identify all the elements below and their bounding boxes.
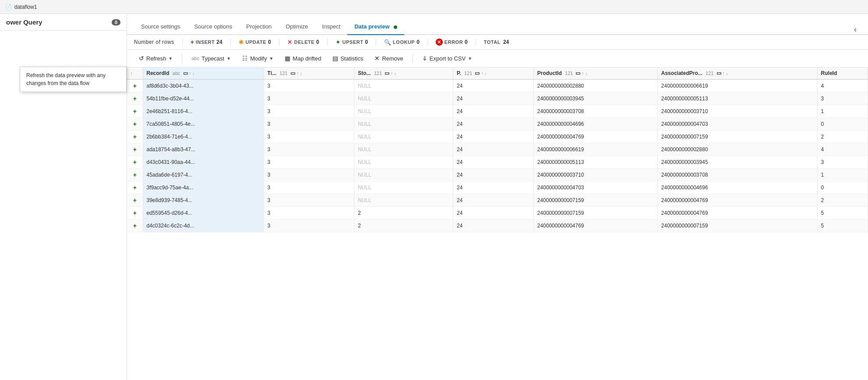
table-row[interactable]: + 54b11fbe-d52e-44... 3 NULL 24 24000000…: [127, 92, 868, 105]
lookup-value: 0: [416, 39, 420, 45]
col-header-productid[interactable]: ProductId 121 ▭ ↑ ↓: [533, 67, 657, 79]
total-value: 24: [503, 39, 509, 45]
col-header-sto[interactable]: Sto... 121 ▭ ↑ ↓: [354, 67, 453, 79]
number-of-rows-label: Number of rows: [134, 39, 174, 45]
row-add-icon[interactable]: +: [127, 131, 143, 143]
table-row[interactable]: + d43c0431-90aa-44... 3 NULL 24 24000000…: [127, 156, 868, 169]
tooltip-text: Refresh the data preview with any change…: [26, 72, 106, 86]
typecast-button[interactable]: abc Typecast ▼: [187, 53, 236, 64]
table-row[interactable]: + ada18754-a8b3-47... 3 NULL 24 24000000…: [127, 143, 868, 156]
col-copy-icon[interactable]: ▭: [183, 70, 188, 76]
cell-ti: 3: [264, 181, 354, 194]
cell-p: 24: [453, 181, 533, 194]
data-table-container[interactable]: ↕ RecordId abc ▭ ↑ ↓: [127, 67, 868, 380]
table-row[interactable]: + 45ada6de-6197-4... 3 NULL 24 240000000…: [127, 169, 868, 181]
row-add-icon[interactable]: +: [127, 181, 143, 194]
upsert-label: UPSERT: [342, 39, 363, 45]
table-row[interactable]: + 2e46b251-8116-4... 3 NULL 24 240000000…: [127, 105, 868, 118]
col-sort-desc-icon[interactable]: ↓: [193, 71, 195, 76]
cell-productid: 2400000000003710: [533, 169, 657, 181]
row-add-icon[interactable]: +: [127, 118, 143, 131]
table-row[interactable]: + ed559545-d26d-4... 3 2 24 240000000000…: [127, 207, 868, 220]
refresh-button[interactable]: ↺ Refresh ▼: [134, 52, 177, 64]
col-header-ruleid[interactable]: RuleId: [817, 67, 868, 79]
tab-inspect[interactable]: Inspect: [315, 19, 347, 35]
statistics-button[interactable]: ▤ Statistics: [328, 52, 368, 64]
tab-projection[interactable]: Projection: [239, 19, 279, 35]
cell-ruleid: 2: [817, 131, 868, 143]
table-row[interactable]: + 3f9acc9d-75ae-4a... 3 NULL 24 24000000…: [127, 181, 868, 194]
ti-copy-icon[interactable]: ▭: [290, 70, 295, 76]
breadcrumb-text: dataflow1: [14, 4, 37, 10]
productid-copy-icon[interactable]: ▭: [575, 70, 580, 76]
ti-sort-asc-icon[interactable]: ↑: [296, 71, 299, 76]
table-row[interactable]: + af8d6d3c-3b04-43... 3 NULL 24 24000000…: [127, 79, 868, 92]
productid-sort-desc-icon[interactable]: ↓: [585, 71, 587, 76]
assoc-sort-asc-icon[interactable]: ↑: [723, 71, 725, 76]
row-add-icon[interactable]: +: [127, 79, 143, 92]
cell-ti: 3: [264, 143, 354, 156]
col-header-recordid[interactable]: RecordId abc ▭ ↑ ↓: [143, 67, 264, 79]
remove-icon: ✕: [374, 55, 380, 62]
cell-p: 24: [453, 79, 533, 92]
modify-button[interactable]: ☷ Modify ▼: [237, 52, 278, 64]
p-sort-desc-icon[interactable]: ↓: [484, 71, 487, 76]
total-stat: TOTAL 24: [476, 39, 509, 45]
row-add-icon[interactable]: +: [127, 92, 143, 105]
assoc-copy-icon[interactable]: ▭: [716, 70, 721, 76]
refresh-tooltip: Refresh the data preview with any change…: [20, 67, 127, 92]
sto-sort-asc-icon[interactable]: ↑: [391, 71, 393, 76]
cell-productid: 2400000000002880: [533, 79, 657, 92]
row-add-icon[interactable]: +: [127, 169, 143, 181]
row-add-icon[interactable]: +: [127, 194, 143, 207]
cell-assoc: 2400000000002880: [657, 143, 817, 156]
col-header-p[interactable]: P. 121 ▭ ↑ ↓: [453, 67, 533, 79]
table-row[interactable]: + 39e8d939-7485-4... 3 NULL 24 240000000…: [127, 194, 868, 207]
typecast-prefix: abc: [191, 56, 199, 61]
modify-chevron-icon: ▼: [269, 56, 273, 61]
ti-sort-desc-icon[interactable]: ↓: [300, 71, 302, 76]
insert-value: 24: [216, 39, 222, 45]
remove-button[interactable]: ✕ Remove: [370, 52, 408, 64]
export-csv-button[interactable]: ⇓ Export to CSV ▼: [417, 52, 477, 64]
sto-copy-icon[interactable]: ▭: [385, 70, 389, 76]
row-add-icon[interactable]: +: [127, 143, 143, 156]
table-row[interactable]: + 2b6bb384-71e6-4... 3 NULL 24 240000000…: [127, 131, 868, 143]
table-row[interactable]: + 7ca50851-4805-4e... 3 NULL 24 24000000…: [127, 118, 868, 131]
toolbar-sep-1: [182, 53, 182, 63]
insert-stat: + INSERT 24: [183, 39, 231, 46]
table-row[interactable]: + d4c0324c-6c2c-4d... 3 2 24 24000000000…: [127, 220, 868, 232]
tab-source-settings[interactable]: Source settings: [134, 19, 187, 35]
cell-productid: 2400000000006619: [533, 143, 657, 156]
col-sort-asc-icon[interactable]: ↑: [189, 71, 191, 76]
tab-source-options[interactable]: Source options: [187, 19, 240, 35]
cell-ruleid: 3: [817, 156, 868, 169]
cell-assoc: 2400000000004696: [657, 181, 817, 194]
row-add-icon[interactable]: +: [127, 156, 143, 169]
stats-row: Number of rows + INSERT 24 ✱ UPDATE 0 ✕ …: [127, 35, 868, 50]
cell-sto: NULL: [354, 105, 453, 118]
p-copy-icon[interactable]: ▭: [475, 70, 480, 76]
lookup-label: LOOKUP: [393, 39, 415, 45]
sto-sort-desc-icon[interactable]: ↓: [394, 71, 396, 76]
tab-data-preview[interactable]: Data preview: [347, 19, 404, 35]
map-drifted-button[interactable]: ▦ Map drifted: [280, 52, 326, 64]
cell-recordid: 54b11fbe-d52e-44...: [143, 92, 264, 105]
cell-p: 24: [453, 156, 533, 169]
tab-optimize[interactable]: Optimize: [279, 19, 315, 35]
cell-productid: 2400000000003945: [533, 92, 657, 105]
col-header-assoc[interactable]: AssociatedPro... 121 ▭ ↑ ↓: [657, 67, 817, 79]
delete-value: 0: [316, 39, 319, 45]
cell-p: 24: [453, 92, 533, 105]
toolbar: ↺ Refresh ▼ abc Typecast ▼ ☷ Modify ▼ ▦: [127, 50, 868, 67]
p-sort-asc-icon[interactable]: ↑: [481, 71, 483, 76]
row-add-icon[interactable]: +: [127, 207, 143, 220]
col-header-ti[interactable]: Ti... 121 ▭ ↑ ↓: [264, 67, 354, 79]
row-add-icon[interactable]: +: [127, 105, 143, 118]
row-add-icon[interactable]: +: [127, 220, 143, 232]
productid-sort-asc-icon[interactable]: ↑: [582, 71, 584, 76]
modify-label: Modify: [250, 55, 267, 62]
close-panel-button[interactable]: ‹: [850, 25, 861, 34]
assoc-sort-desc-icon[interactable]: ↓: [726, 71, 728, 76]
refresh-chevron-icon: ▼: [169, 56, 173, 61]
